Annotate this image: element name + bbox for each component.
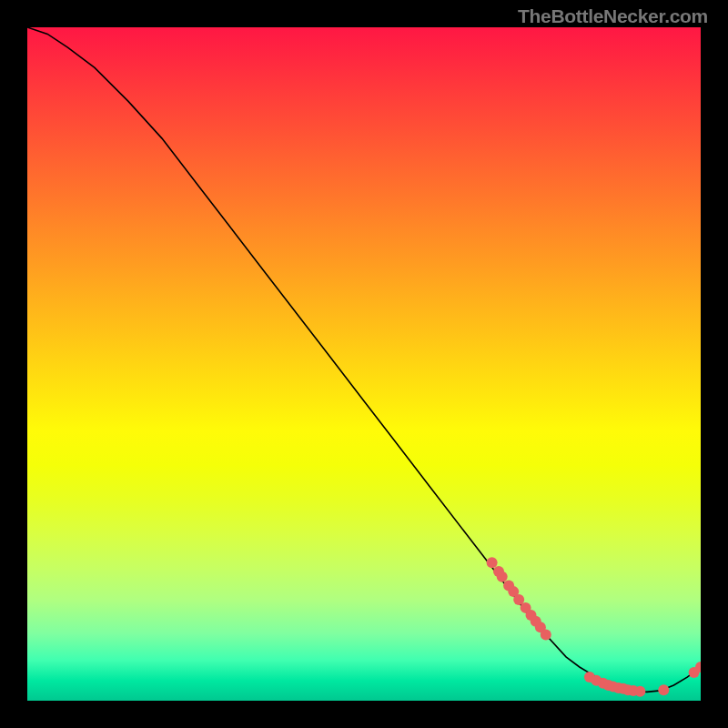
data-marker [634,686,645,697]
data-marker [658,684,669,695]
data-markers [487,557,701,696]
data-marker [497,571,508,582]
chart-plot-area [27,27,701,701]
data-marker [541,629,551,640]
chart-svg [27,27,701,701]
attribution-text: TheBottleNecker.com [518,5,708,27]
bottleneck-curve [27,27,701,692]
data-marker [487,557,498,568]
